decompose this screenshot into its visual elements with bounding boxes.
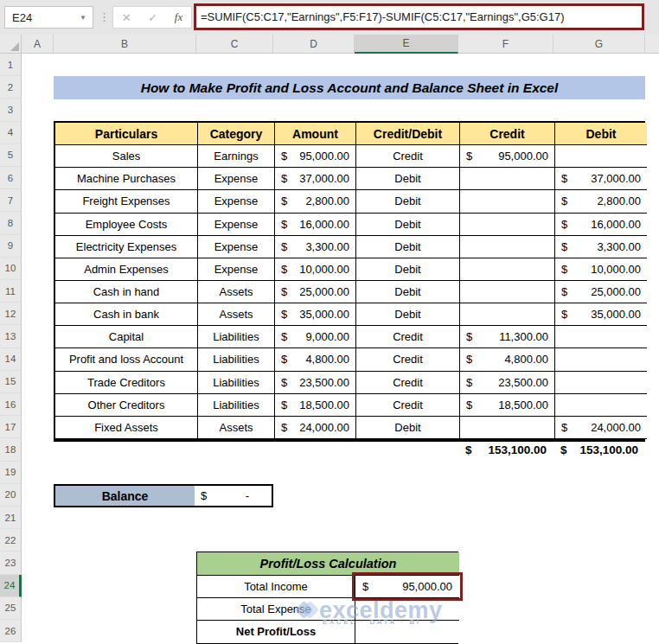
enter-icon[interactable]: ✓ [148, 11, 157, 24]
cell-debit[interactable]: $35,000.00 [555, 303, 647, 326]
cell-particulars[interactable]: Electricity Expenses [55, 236, 198, 258]
pl-value-cell[interactable] [355, 598, 459, 621]
cell-particulars[interactable]: Machine Purchases [55, 168, 198, 190]
cell-credit[interactable] [460, 258, 555, 281]
cell-debit[interactable]: $37,000.00 [555, 168, 647, 190]
balance-value-cell[interactable]: $ - [195, 484, 273, 507]
row-header-4[interactable]: 4 [0, 122, 22, 144]
cell-amount[interactable]: $25,000.00 [275, 281, 356, 303]
cell-category[interactable]: Expense [198, 236, 275, 258]
row-header-22[interactable]: 22 [0, 529, 22, 552]
cell-particulars[interactable]: Admin Expenses [55, 258, 198, 281]
cell-credit[interactable] [460, 214, 555, 236]
cell-amount[interactable]: $18,500.00 [275, 394, 356, 417]
cell-credit[interactable]: $4,800.00 [460, 348, 555, 371]
cell-category[interactable]: Expense [198, 190, 275, 213]
row-header-18[interactable]: 18 [0, 438, 22, 461]
cell-debit[interactable]: $25,000.00 [555, 281, 647, 303]
cell-credit[interactable] [460, 236, 555, 258]
formula-bar[interactable]: =SUMIF(C5:C17,"Earnings",F5:F17)-SUMIF(C… [194, 3, 644, 30]
cell-particulars[interactable]: Profit and loss Account [55, 348, 198, 371]
row-header-16[interactable]: 16 [0, 393, 22, 416]
row-header-23[interactable]: 23 [0, 552, 22, 574]
cell-credit[interactable] [460, 303, 555, 326]
cell-amount[interactable]: $35,000.00 [275, 303, 356, 326]
pl-value-cell[interactable] [355, 621, 459, 643]
cell-debit[interactable] [555, 348, 647, 371]
cell-credit[interactable] [460, 190, 555, 213]
cell-category[interactable]: Liabilities [198, 372, 275, 394]
cell-debit[interactable]: $24,000.00 [555, 417, 647, 439]
cell-amount[interactable]: $95,000.00 [275, 145, 356, 168]
cell-amount[interactable]: $16,000.00 [275, 214, 356, 236]
cell-credit-debit[interactable]: Debit [356, 417, 460, 439]
pl-label-cell[interactable]: Total Income [197, 576, 355, 598]
column-header-A[interactable]: A [22, 35, 54, 54]
cell-amount[interactable]: $3,300.00 [275, 236, 356, 258]
cell-debit[interactable]: $10,000.00 [555, 258, 647, 281]
row-header-5[interactable]: 5 [0, 144, 22, 167]
cell-credit[interactable]: $95,000.00 [460, 145, 555, 168]
cell-category[interactable]: Expense [198, 258, 275, 281]
cell-credit-debit[interactable]: Credit [356, 348, 460, 371]
cell-particulars[interactable]: Capital [55, 326, 198, 348]
cell-category[interactable]: Liabilities [198, 326, 275, 348]
row-header-9[interactable]: 9 [0, 235, 22, 258]
row-header-17[interactable]: 17 [0, 416, 22, 438]
cell-debit[interactable]: $3,300.00 [555, 236, 647, 258]
cell-particulars[interactable]: Cash in hand [55, 281, 198, 303]
column-header-F[interactable]: F [458, 35, 553, 54]
row-header-6[interactable]: 6 [0, 167, 22, 189]
table-header-amount[interactable]: Amount [275, 123, 356, 145]
selected-cell-E24[interactable]: $95,000.00 [355, 576, 459, 598]
row-header-11[interactable]: 11 [0, 280, 22, 303]
cell-credit-debit[interactable]: Debit [356, 281, 460, 303]
cell-particulars[interactable]: Other Creditors [55, 394, 198, 417]
cell-particulars[interactable]: Sales [55, 145, 198, 168]
cell-credit-debit[interactable]: Debit [356, 303, 460, 326]
column-header-G[interactable]: G [553, 35, 645, 54]
cell-credit[interactable] [460, 168, 555, 190]
pl-label-cell[interactable]: Total Expense [197, 598, 355, 621]
cell-credit-debit[interactable]: Debit [356, 236, 460, 258]
cell-credit-debit[interactable]: Debit [356, 190, 460, 213]
cell-amount[interactable]: $2,800.00 [275, 190, 356, 213]
cell-credit[interactable]: $11,300.00 [460, 326, 555, 348]
cell-particulars[interactable]: Trade Creditors [55, 372, 198, 394]
total-debit-cell[interactable]: $ 153,100.00 [553, 438, 645, 461]
cell-credit-debit[interactable]: Credit [356, 326, 460, 348]
row-header-2[interactable]: 2 [0, 76, 22, 99]
row-header-14[interactable]: 14 [0, 348, 22, 371]
row-header-13[interactable]: 13 [0, 325, 22, 348]
cell-amount[interactable]: $23,500.00 [275, 372, 356, 394]
cell-category[interactable]: Assets [198, 303, 275, 326]
table-header-category[interactable]: Category [198, 123, 275, 145]
cell-category[interactable]: Liabilities [198, 348, 275, 371]
cell-debit[interactable] [555, 372, 647, 394]
cell-debit[interactable]: $2,800.00 [555, 190, 647, 213]
table-header-credit-debit[interactable]: Credit/Debit [356, 123, 460, 145]
cell-credit[interactable]: $18,500.00 [460, 394, 555, 417]
total-credit-cell[interactable]: $ 153,100.00 [458, 438, 553, 461]
cell-credit-debit[interactable]: Debit [356, 168, 460, 190]
cell-category[interactable]: Liabilities [198, 394, 275, 417]
row-header-1[interactable]: 1 [0, 54, 22, 76]
cell-credit[interactable] [460, 417, 555, 439]
cell-credit-debit[interactable]: Debit [356, 258, 460, 281]
cell-credit[interactable] [460, 281, 555, 303]
cell-category[interactable]: Earnings [198, 145, 275, 168]
name-box[interactable]: E24 ▼ [4, 6, 93, 29]
cell-debit[interactable] [555, 326, 647, 348]
sheet-title-cell[interactable]: How to Make Profit and Loss Account and … [54, 76, 645, 99]
row-header-10[interactable]: 10 [0, 258, 22, 280]
cancel-icon[interactable]: ✕ [122, 11, 131, 24]
row-header-15[interactable]: 15 [0, 371, 22, 393]
cell-credit[interactable]: $23,500.00 [460, 372, 555, 394]
cell-particulars[interactable]: Employee Costs [55, 214, 198, 236]
profit-loss-title-cell[interactable]: Profit/Loss Calculation [197, 552, 459, 576]
cell-category[interactable]: Assets [198, 281, 275, 303]
table-header-credit[interactable]: Credit [460, 123, 555, 145]
column-header-B[interactable]: B [54, 35, 196, 54]
cell-particulars[interactable]: Fixed Assets [55, 417, 198, 439]
cell-amount[interactable]: $24,000.00 [275, 417, 356, 439]
